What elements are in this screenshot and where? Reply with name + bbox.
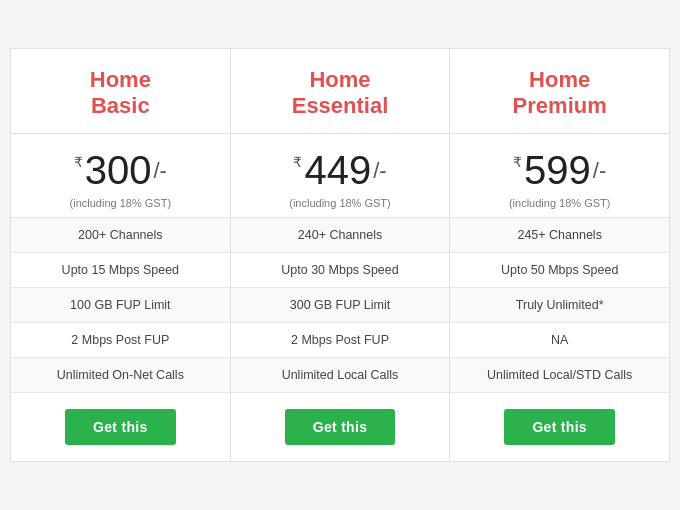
plan-name-home-premium: HomePremium [460,67,659,120]
feature-item-2-3: NA [450,323,669,358]
feature-item-2-2: Truly Unlimited* [450,288,669,323]
plan-price-section-home-essential: ₹ 449 /- (including 18% GST) [231,134,450,218]
currency-symbol: ₹ [74,154,83,170]
features-list-home-essential: 240+ ChannelsUpto 30 Mbps Speed300 GB FU… [231,218,450,393]
feature-item-1-0: 240+ Channels [231,218,450,253]
get-this-button-home-essential[interactable]: Get this [285,409,396,445]
gst-note-home-premium: (including 18% GST) [460,197,659,209]
price-suffix-home-premium: /- [593,158,606,184]
price-suffix-home-basic: /- [153,158,166,184]
feature-item-1-2: 300 GB FUP Limit [231,288,450,323]
plan-price-home-essential: ₹ 449 /- [241,148,440,193]
plan-header-home-basic: HomeBasic [11,49,230,135]
plan-price-section-home-basic: ₹ 300 /- (including 18% GST) [11,134,230,218]
plan-header-home-premium: HomePremium [450,49,669,135]
plan-header-home-essential: HomeEssential [231,49,450,135]
get-this-button-home-premium[interactable]: Get this [504,409,615,445]
feature-item-2-0: 245+ Channels [450,218,669,253]
plan-name-home-essential: HomeEssential [241,67,440,120]
gst-note-home-essential: (including 18% GST) [241,197,440,209]
plan-price-home-basic: ₹ 300 /- [21,148,220,193]
plan-name-home-basic: HomeBasic [21,67,220,120]
price-amount-home-basic: 300 [85,148,152,193]
gst-note-home-basic: (including 18% GST) [21,197,220,209]
plan-footer-home-basic: Get this [11,393,230,461]
feature-item-0-2: 100 GB FUP Limit [11,288,230,323]
pricing-table: HomeBasic ₹ 300 /- (including 18% GST) 2… [10,48,670,463]
price-amount-home-premium: 599 [524,148,591,193]
feature-item-0-1: Upto 15 Mbps Speed [11,253,230,288]
price-suffix-home-essential: /- [373,158,386,184]
plan-home-premium: HomePremium ₹ 599 /- (including 18% GST)… [450,49,669,462]
features-list-home-premium: 245+ ChannelsUpto 50 Mbps SpeedTruly Unl… [450,218,669,393]
plan-price-section-home-premium: ₹ 599 /- (including 18% GST) [450,134,669,218]
currency-symbol: ₹ [293,154,302,170]
feature-item-1-4: Unlimited Local Calls [231,358,450,393]
currency-symbol: ₹ [513,154,522,170]
get-this-button-home-basic[interactable]: Get this [65,409,176,445]
plan-footer-home-essential: Get this [231,393,450,461]
feature-item-0-4: Unlimited On-Net Calls [11,358,230,393]
plan-price-home-premium: ₹ 599 /- [460,148,659,193]
feature-item-0-0: 200+ Channels [11,218,230,253]
feature-item-1-3: 2 Mbps Post FUP [231,323,450,358]
plan-footer-home-premium: Get this [450,393,669,461]
feature-item-2-4: Unlimited Local/STD Calls [450,358,669,393]
features-list-home-basic: 200+ ChannelsUpto 15 Mbps Speed100 GB FU… [11,218,230,393]
feature-item-0-3: 2 Mbps Post FUP [11,323,230,358]
price-amount-home-essential: 449 [304,148,371,193]
plan-home-basic: HomeBasic ₹ 300 /- (including 18% GST) 2… [11,49,231,462]
feature-item-2-1: Upto 50 Mbps Speed [450,253,669,288]
plan-home-essential: HomeEssential ₹ 449 /- (including 18% GS… [231,49,451,462]
feature-item-1-1: Upto 30 Mbps Speed [231,253,450,288]
